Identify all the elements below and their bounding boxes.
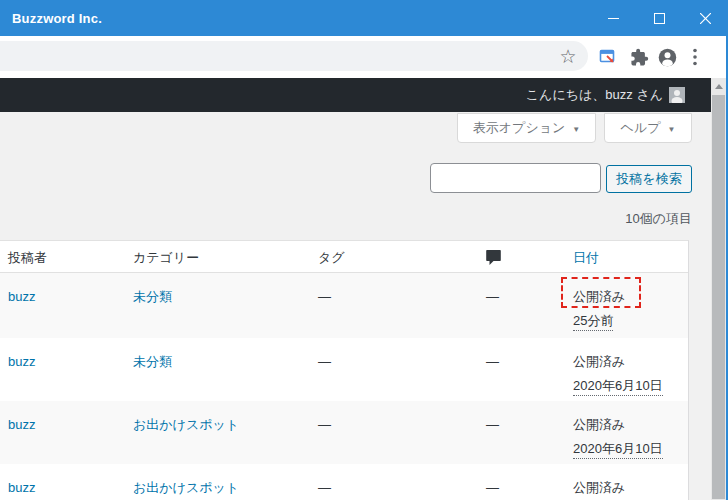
help-button[interactable]: ヘルプ ▼	[604, 113, 692, 143]
table-row: buzz 未分類 — — 公開済み 25分前	[0, 273, 688, 338]
profile-glyph	[657, 47, 678, 68]
chevron-down-icon: ▼	[572, 123, 580, 134]
column-header-author: 投稿者	[8, 241, 47, 273]
avatar-person-glyph	[669, 87, 685, 103]
table-row: buzz 未分類 — — 公開済み 2020年6月10日	[0, 338, 688, 401]
bookmark-star-icon[interactable]: ☆	[555, 43, 581, 69]
extensions-puzzle-icon[interactable]	[626, 44, 652, 70]
browser-window: Buzzword Inc. ☆	[0, 0, 728, 500]
category-link[interactable]: 未分類	[133, 289, 172, 304]
help-label: ヘルプ	[621, 119, 661, 137]
browser-menu-icon[interactable]	[682, 44, 708, 70]
window-controls	[590, 0, 728, 36]
category-link[interactable]: お出かけスポット	[133, 480, 239, 495]
date-cell: 公開済み 25分前	[573, 287, 625, 331]
posts-table: 投稿者 カテゴリー タグ 日付 buzz 未分類 — — 公開済み 25分前	[0, 240, 689, 500]
comments-value: —	[486, 287, 499, 306]
author-link[interactable]: buzz	[8, 480, 35, 495]
author-link[interactable]: buzz	[8, 417, 35, 432]
post-status: 公開済み	[573, 354, 625, 369]
column-header-tags: タグ	[318, 241, 345, 273]
tags-value: —	[318, 352, 331, 371]
puzzle-glyph	[630, 48, 649, 67]
minimize-button[interactable]	[590, 0, 636, 36]
vertical-scrollbar[interactable]	[711, 78, 726, 500]
close-button[interactable]	[682, 0, 728, 36]
maximize-icon	[654, 13, 665, 24]
date-cell: 公開済み 2020年6月10日	[573, 352, 663, 396]
date-cell: 公開済み 2020年6月10日	[573, 415, 663, 459]
comment-bubble-icon[interactable]	[486, 249, 501, 265]
post-date: 2020年6月10日	[573, 439, 663, 459]
tags-value: —	[318, 415, 331, 434]
author-link[interactable]: buzz	[8, 289, 35, 304]
post-date: 25分前	[573, 311, 613, 331]
minimize-icon	[608, 13, 619, 24]
wp-page-content: 表示オプション ▼ ヘルプ ▼ 投稿を検索 10個の項目 投稿者 カテゴリー タ…	[0, 112, 711, 500]
post-search-input[interactable]	[430, 163, 601, 193]
search-posts-button[interactable]: 投稿を検索	[606, 165, 692, 193]
search-posts-label: 投稿を検索	[616, 170, 681, 188]
post-status: 公開済み	[573, 417, 625, 432]
capture-extension-icon[interactable]	[595, 44, 621, 70]
column-header-category: カテゴリー	[133, 241, 199, 273]
scrollbar-thumb[interactable]	[712, 95, 725, 499]
date-cell: 公開済み 2020年6月9日	[573, 478, 655, 500]
address-bar[interactable]	[0, 41, 588, 71]
comments-value: —	[486, 352, 499, 371]
tags-value: —	[318, 287, 331, 306]
window-title: Buzzword Inc.	[12, 0, 102, 36]
post-date: 2020年6月10日	[573, 376, 663, 396]
comment-bubble-glyph	[486, 249, 501, 266]
admin-greeting-link[interactable]: こんにちは、buzz さん	[526, 78, 663, 112]
post-status: 公開済み	[573, 480, 625, 495]
table-row: buzz お出かけスポット — — 公開済み 2020年6月10日	[0, 401, 688, 464]
capture-extension-glyph	[598, 47, 618, 67]
avatar[interactable]	[669, 87, 685, 103]
browser-toolbar: ☆	[0, 36, 728, 78]
tags-value: —	[318, 478, 331, 497]
close-icon	[700, 13, 711, 24]
scroll-up-arrow[interactable]	[711, 78, 726, 94]
column-header-date-sort[interactable]: 日付	[573, 241, 599, 273]
table-row: buzz お出かけスポット — — 公開済み 2020年6月9日	[0, 464, 688, 500]
category-link[interactable]: 未分類	[133, 354, 172, 369]
screen-options-label: 表示オプション	[473, 119, 566, 137]
table-header-row: 投稿者 カテゴリー タグ 日付	[0, 241, 688, 273]
screen-options-button[interactable]: 表示オプション ▼	[457, 113, 596, 143]
category-link[interactable]: お出かけスポット	[133, 417, 239, 432]
post-status: 公開済み	[573, 289, 625, 304]
comments-value: —	[486, 415, 499, 434]
profile-icon[interactable]	[654, 44, 680, 70]
comments-value: —	[486, 478, 499, 497]
maximize-button[interactable]	[636, 0, 682, 36]
wp-admin-bar: こんにちは、buzz さん	[0, 78, 711, 112]
author-link[interactable]: buzz	[8, 354, 35, 369]
up-triangle-icon	[715, 84, 723, 89]
titlebar: Buzzword Inc.	[0, 0, 728, 36]
vertical-dots-glyph	[693, 48, 697, 66]
chevron-down-icon: ▼	[668, 123, 676, 134]
items-count: 10個の項目	[625, 210, 692, 228]
